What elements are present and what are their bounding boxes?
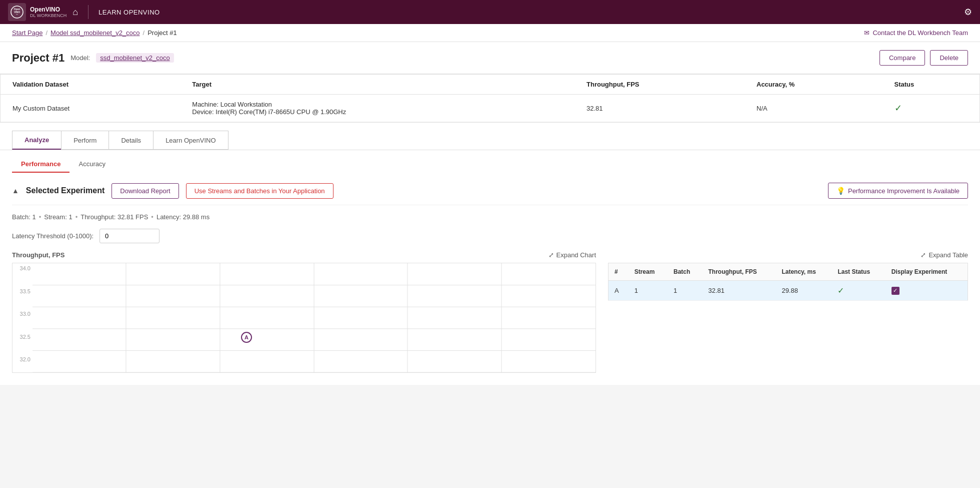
expand-table-icon: ⤢ <box>920 251 926 259</box>
tab-accuracy[interactable]: Accuracy <box>70 156 114 173</box>
th-stream: Stream <box>628 263 668 281</box>
svg-text:™: ™ <box>16 14 18 16</box>
experiment-title-row: ▲ Selected Experiment Download Report Us… <box>12 183 334 199</box>
breadcrumb-start[interactable]: Start Page <box>12 29 42 37</box>
chart-inner: A <box>32 263 596 372</box>
table-section: ⤢ Expand Table # Stream Batch Throughput… <box>608 251 968 373</box>
dot-1: • <box>39 213 42 221</box>
tab-perform[interactable]: Perform <box>61 131 109 150</box>
tab-performance[interactable]: Performance <box>12 156 70 173</box>
data-table: # Stream Batch Throughput, FPS Latency, … <box>608 263 968 301</box>
row-stream: 1 <box>628 281 668 301</box>
dataset-table-wrap: Validation Dataset Target Throughput, FP… <box>0 74 980 123</box>
inner-tabs: Performance Accuracy <box>0 150 980 173</box>
metric-throughput: Throughput: 32.81 FPS <box>80 213 148 221</box>
row-display-checkbox[interactable]: ✓ <box>892 287 900 295</box>
tab-details[interactable]: Details <box>108 131 154 150</box>
experiment-header: ▲ Selected Experiment Download Report Us… <box>12 173 968 205</box>
dataset-table: Validation Dataset Target Throughput, FP… <box>0 75 980 122</box>
dataset-name: My Custom Dataset <box>0 95 180 122</box>
target-cell: Machine: Local Workstation Device: Intel… <box>180 95 574 122</box>
expand-chart-icon: ⤢ <box>548 251 554 259</box>
breadcrumb-model[interactable]: Model ssd_mobilenet_v2_coco <box>50 29 140 37</box>
chart-svg <box>32 263 596 372</box>
header-buttons: Compare Delete <box>880 50 968 66</box>
expand-table-label: Expand Table <box>928 251 968 259</box>
delete-button[interactable]: Delete <box>930 50 968 66</box>
col-target: Target <box>180 75 574 95</box>
logo-subtitle: DL WORKBENCH <box>30 13 66 18</box>
metric-batch: Batch: 1 <box>12 213 36 221</box>
col-throughput: Throughput, FPS <box>574 75 744 95</box>
nav-divider <box>88 5 88 19</box>
y-label-3: 32.5 <box>20 334 30 340</box>
metric-latency: Latency: 29.88 ms <box>156 213 210 221</box>
page-header: Project #1 Model: ssd_mobilenet_v2_coco … <box>0 42 980 74</box>
breadcrumb-current: Project #1 <box>148 29 177 37</box>
chart-title: Throughput, FPS <box>12 251 64 259</box>
page-title-row: Project #1 Model: ssd_mobilenet_v2_coco <box>12 52 174 65</box>
logo[interactable]: Open VINO ™ OpenVINO DL WORKBENCH <box>8 3 66 21</box>
th-throughput: Throughput, FPS <box>702 263 776 281</box>
tab-analyze[interactable]: Analyze <box>12 131 62 150</box>
target-line2: Device: Intel(R) Core(TM) i7-8665U CPU @… <box>192 108 562 116</box>
contact-icon: ✉ <box>864 29 870 37</box>
th-id: # <box>608 263 628 281</box>
col-status: Status <box>882 75 980 95</box>
model-label: Model: <box>70 54 90 62</box>
expand-chart-button[interactable]: ⤢ Expand Chart <box>548 251 596 259</box>
row-throughput: 32.81 <box>702 281 776 301</box>
lightbulb-icon: 💡 <box>836 187 845 195</box>
th-batch: Batch <box>668 263 702 281</box>
table-header-row: ⤢ Expand Table <box>608 251 968 259</box>
throughput-value: 32.81 <box>574 95 744 122</box>
latency-label: Latency Threshold (0-1000): <box>12 232 94 240</box>
download-report-button[interactable]: Download Report <box>112 183 178 199</box>
dataset-row: My Custom Dataset Machine: Local Worksta… <box>0 95 980 122</box>
chart-data-point-a[interactable]: A <box>241 332 252 343</box>
logo-icon: Open VINO ™ <box>8 3 26 21</box>
model-link[interactable]: ssd_mobilenet_v2_coco <box>96 53 174 63</box>
chart-y-labels: 34.0 33.5 33.0 32.5 32.0 <box>12 263 32 362</box>
breadcrumb-bar: Start Page / Model ssd_mobilenet_v2_coco… <box>0 24 980 42</box>
streams-button[interactable]: Use Streams and Batches in Your Applicat… <box>186 183 334 199</box>
latency-row: Latency Threshold (0-1000): <box>12 225 968 251</box>
gear-icon[interactable]: ⚙ <box>964 7 972 18</box>
outer-tabs: Analyze Perform Details Learn OpenVINO <box>0 123 980 150</box>
top-navigation: Open VINO ™ OpenVINO DL WORKBENCH ⌂ LEAR… <box>0 0 980 24</box>
metrics-row: Batch: 1 • Stream: 1 • Throughput: 32.81… <box>12 205 968 225</box>
metric-stream: Stream: 1 <box>44 213 72 221</box>
y-label-1: 33.5 <box>20 288 30 294</box>
chart-header: Throughput, FPS ⤢ Expand Chart <box>12 251 596 259</box>
table-row: A 1 1 32.81 29.88 ✓ ✓ <box>608 281 968 301</box>
chart-section: Throughput, FPS ⤢ Expand Chart 34.0 33.5… <box>12 251 596 373</box>
expand-table-button[interactable]: ⤢ Expand Table <box>920 251 968 259</box>
main-content: ▲ Selected Experiment Download Report Us… <box>0 173 980 385</box>
tab-learn-openvino[interactable]: Learn OpenVINO <box>153 131 228 150</box>
th-status: Last Status <box>832 263 885 281</box>
experiment-title: Selected Experiment <box>26 186 104 195</box>
col-accuracy: Accuracy, % <box>744 75 882 95</box>
contact-team-link[interactable]: ✉ Contact the DL Workbench Team <box>864 29 968 37</box>
performance-improvement-button[interactable]: 💡 Performance Improvement Is Available <box>828 183 968 199</box>
status-check: ✓ <box>894 103 902 113</box>
latency-input[interactable] <box>100 229 160 243</box>
y-label-2: 33.0 <box>20 311 30 317</box>
logo-text: OpenVINO <box>30 6 66 13</box>
dot-3: • <box>151 213 154 221</box>
y-label-0: 34.0 <box>20 265 30 271</box>
chart-wrap: 34.0 33.5 33.0 32.5 32.0 <box>12 263 596 373</box>
chart-table-area: Throughput, FPS ⤢ Expand Chart 34.0 33.5… <box>12 251 968 373</box>
row-batch: 1 <box>668 281 702 301</box>
breadcrumb-sep-1: / <box>46 29 48 37</box>
breadcrumb-sep-2: / <box>143 29 145 37</box>
row-status-check: ✓ <box>838 286 844 295</box>
breadcrumb: Start Page / Model ssd_mobilenet_v2_coco… <box>12 29 177 37</box>
collapse-icon[interactable]: ▲ <box>12 187 19 195</box>
th-display: Display Experiment <box>886 263 968 281</box>
col-dataset: Validation Dataset <box>0 75 180 95</box>
home-icon[interactable]: ⌂ <box>72 7 78 18</box>
target-line1: Machine: Local Workstation <box>192 101 562 108</box>
learn-openvino-link[interactable]: LEARN OPENVINO <box>98 9 160 16</box>
compare-button[interactable]: Compare <box>880 50 925 66</box>
